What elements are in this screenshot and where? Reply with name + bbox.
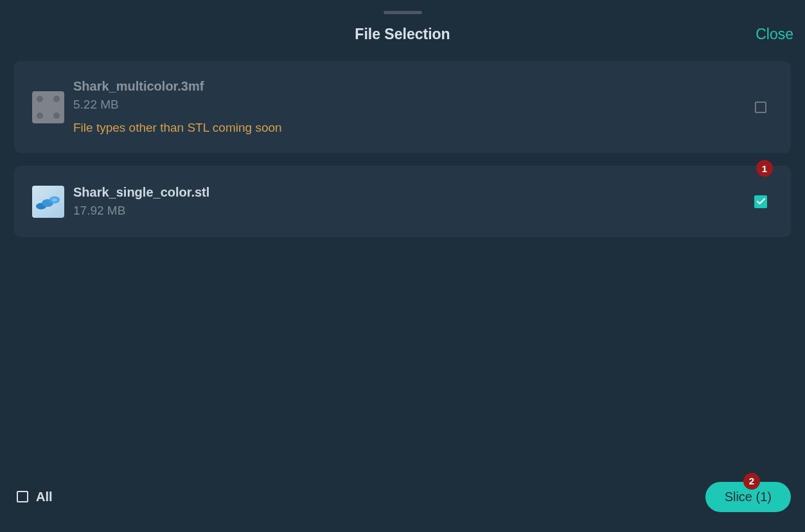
file-info: Shark_multicolor.3mf 5.22 MB File types …	[73, 79, 754, 135]
select-all-toggle[interactable]: All	[17, 490, 53, 504]
checkbox-unchecked-icon[interactable]	[755, 102, 766, 113]
file-size: 5.22 MB	[73, 98, 754, 112]
modal-title: File Selection	[0, 26, 805, 43]
file-row[interactable]: Shark_multicolor.3mf 5.22 MB File types …	[14, 61, 791, 153]
file-list: Shark_multicolor.3mf 5.22 MB File types …	[0, 61, 805, 237]
file-selection-modal: File Selection Close Shark_multicolor.3m…	[0, 0, 805, 532]
file-warning: File types other than STL coming soon	[73, 121, 754, 135]
select-all-label: All	[36, 490, 53, 504]
file-row[interactable]: Shark_single_color.stl 17.92 MB 1	[14, 166, 791, 237]
slice-button-wrap: Slice (1) 2	[705, 482, 791, 512]
file-thumbnail-placeholder	[32, 91, 64, 123]
annotation-badge: 2	[743, 473, 760, 490]
close-button[interactable]: Close	[756, 26, 793, 43]
modal-header: File Selection Close	[0, 14, 805, 61]
modal-footer: All Slice (1) 2	[0, 479, 805, 532]
file-name: Shark_single_color.stl	[73, 185, 754, 200]
checkbox-unchecked-icon	[17, 491, 28, 502]
file-size: 17.92 MB	[73, 204, 754, 218]
file-thumbnail	[32, 186, 64, 218]
checkbox-checked-icon[interactable]	[754, 195, 767, 208]
file-checkbox-slot	[754, 102, 768, 113]
model-preview-icon	[35, 192, 62, 211]
file-name: Shark_multicolor.3mf	[73, 79, 754, 94]
annotation-badge: 1	[756, 160, 773, 177]
file-info: Shark_single_color.stl 17.92 MB	[73, 185, 754, 218]
file-checkbox-slot	[754, 195, 768, 208]
svg-point-3	[52, 198, 57, 201]
